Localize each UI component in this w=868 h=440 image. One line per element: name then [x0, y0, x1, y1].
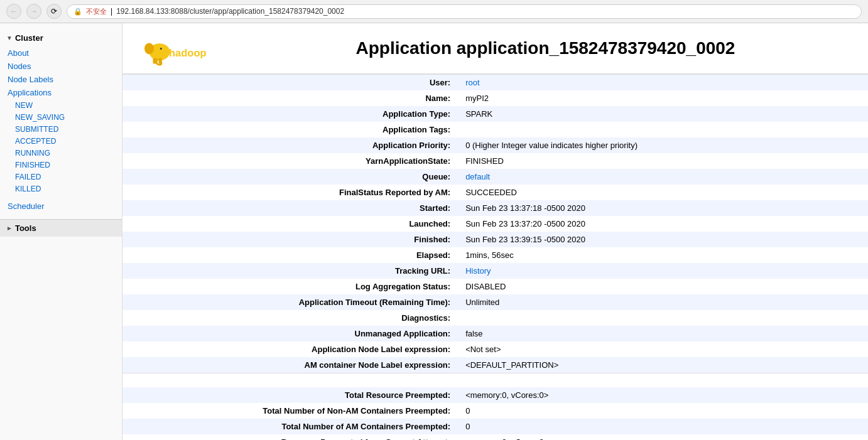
spacer: [122, 373, 868, 381]
svg-point-2: [160, 48, 162, 50]
am-preempted-label: Total Number of AM Containers Preempted:: [122, 419, 458, 434]
elapsed-value: 1mins, 56sec: [458, 247, 868, 263]
sidebar-sub-finished[interactable]: FINISHED: [0, 159, 122, 171]
hadoop-logo: hadoop: [135, 30, 210, 67]
app-tags-value: [458, 122, 868, 137]
nodes-link[interactable]: Nodes: [8, 62, 31, 71]
address-bar[interactable]: 🔒 不安全 | 192.168.84.133:8088/cluster/app/…: [67, 4, 862, 19]
diagnostics-label: Diagnostics:: [122, 310, 458, 326]
table-row: YarnApplicationState: FINISHED: [122, 153, 868, 169]
name-value: myPI2: [458, 90, 868, 106]
started-label: Started:: [122, 200, 458, 216]
final-status-label: FinalStatus Reported by AM:: [122, 185, 458, 200]
app-type-value: SPARK: [458, 106, 868, 122]
submitted-link[interactable]: SUBMITTED: [15, 125, 58, 134]
name-label: Name:: [122, 90, 458, 106]
started-value: Sun Feb 23 13:37:18 -0500 2020: [458, 200, 868, 216]
table-row: FinalStatus Reported by AM: SUCCEEDED: [122, 185, 868, 200]
user-link[interactable]: root: [465, 78, 479, 87]
table-row: Application Priority: 0 (Higher Integer …: [122, 137, 868, 153]
url-separator: |: [111, 7, 112, 16]
svg-text:hadoop: hadoop: [169, 47, 207, 58]
sidebar-sub-killed[interactable]: KILLED: [0, 183, 122, 195]
cluster-header[interactable]: ▼ Cluster: [0, 30, 122, 46]
diagnostics-value: [458, 310, 868, 326]
node-label-expr-value: <Not set>: [458, 341, 868, 357]
resource-section: Total Resource Preempted: <memory:0, vCo…: [122, 387, 868, 440]
applications-link[interactable]: Applications: [8, 88, 52, 97]
tools-header[interactable]: ► Tools: [0, 219, 122, 237]
sidebar-item-nodes[interactable]: Nodes: [0, 60, 122, 73]
tools-triangle-icon: ►: [6, 225, 13, 232]
table-row: Started: Sun Feb 23 13:37:18 -0500 2020: [122, 200, 868, 216]
am-node-label-label: AM container Node Label expression:: [122, 357, 458, 373]
svg-rect-3: [153, 58, 156, 63]
sidebar-item-node-labels[interactable]: Node Labels: [0, 73, 122, 86]
running-link[interactable]: RUNNING: [15, 149, 50, 158]
tracking-url-link[interactable]: History: [465, 266, 491, 276]
back-button[interactable]: ←: [6, 4, 21, 19]
app-timeout-value: Unlimited: [458, 294, 868, 310]
log-agg-label: Log Aggregation Status:: [122, 279, 458, 294]
app-priority-label: Application Priority:: [122, 137, 458, 153]
info-table: User: root Name: myPI2 Application Type:…: [122, 75, 868, 373]
finished-link[interactable]: FINISHED: [15, 161, 50, 169]
app-priority-value: 0 (Higher Integer value indicates higher…: [458, 137, 868, 153]
sidebar: ▼ Cluster About Nodes Node Labels Applic…: [0, 23, 122, 440]
table-row: User: root: [122, 75, 868, 90]
sidebar-item-scheduler[interactable]: Scheduler: [0, 200, 122, 213]
queue-link[interactable]: default: [465, 172, 490, 181]
launched-value: Sun Feb 23 13:37:20 -0500 2020: [458, 216, 868, 232]
forward-button[interactable]: →: [26, 4, 41, 19]
log-agg-value: DISABLED: [458, 279, 868, 294]
table-row: Queue: default: [122, 169, 868, 185]
killed-link[interactable]: KILLED: [15, 185, 41, 193]
table-row: Tracking URL: History: [122, 263, 868, 279]
cluster-triangle-icon: ▼: [6, 35, 13, 41]
unmanaged-value: false: [458, 326, 868, 341]
resource-current-label: Resource Preempted from Current Attempt:: [122, 434, 458, 440]
table-row: Finished: Sun Feb 23 13:39:15 -0500 2020: [122, 232, 868, 247]
new-saving-link[interactable]: NEW_SAVING: [15, 113, 65, 122]
failed-link[interactable]: FAILED: [15, 173, 41, 181]
app-timeout-label: Application Timeout (Remaining Time):: [122, 294, 458, 310]
table-row: Unmanaged Application: false: [122, 326, 868, 341]
elapsed-label: Elapsed:: [122, 247, 458, 263]
svg-point-1: [144, 43, 154, 54]
refresh-button[interactable]: ⟳: [46, 4, 62, 19]
resource-current-value: <memory:0, vCores:0>: [458, 434, 868, 440]
user-label: User:: [122, 75, 458, 90]
main-content: hadoop Application application_158247837…: [122, 23, 868, 440]
new-link[interactable]: NEW: [15, 101, 33, 110]
table-row: Application Tags:: [122, 122, 868, 137]
total-preempted-label: Total Resource Preempted:: [122, 387, 458, 403]
sidebar-sub-new-saving[interactable]: NEW_SAVING: [0, 111, 122, 123]
table-row: Application Node Label expression: <Not …: [122, 341, 868, 357]
sidebar-sub-failed[interactable]: FAILED: [0, 171, 122, 183]
accepted-link[interactable]: ACCEPTED: [15, 137, 56, 146]
sidebar-sub-running[interactable]: RUNNING: [0, 147, 122, 159]
url-text: 192.168.84.133:8088/cluster/app/applicat…: [116, 7, 344, 16]
about-link[interactable]: About: [8, 48, 29, 58]
browser-chrome: ← → ⟳ 🔒 不安全 | 192.168.84.133:8088/cluste…: [0, 0, 868, 23]
table-row: Name: myPI2: [122, 90, 868, 106]
unmanaged-label: Unmanaged Application:: [122, 326, 458, 341]
sidebar-sub-submitted[interactable]: SUBMITTED: [0, 123, 122, 135]
tracking-url-value: History: [458, 263, 868, 279]
cluster-label: Cluster: [15, 33, 43, 43]
table-row: Launched: Sun Feb 23 13:37:20 -0500 2020: [122, 216, 868, 232]
scheduler-link[interactable]: Scheduler: [8, 201, 45, 211]
launched-label: Launched:: [122, 216, 458, 232]
svg-rect-4: [159, 58, 162, 63]
table-row: Diagnostics:: [122, 310, 868, 326]
sidebar-sub-new[interactable]: NEW: [0, 99, 122, 111]
node-labels-link[interactable]: Node Labels: [8, 75, 53, 84]
sidebar-item-applications[interactable]: Applications: [0, 86, 122, 99]
yarn-state-value: FINISHED: [458, 153, 868, 169]
sidebar-item-about[interactable]: About: [0, 46, 122, 60]
table-row: AM container Node Label expression: <DEF…: [122, 357, 868, 373]
sidebar-sub-accepted[interactable]: ACCEPTED: [0, 135, 122, 147]
page-layout: ▼ Cluster About Nodes Node Labels Applic…: [0, 23, 868, 440]
resource-table: Total Resource Preempted: <memory:0, vCo…: [122, 387, 868, 440]
tools-label: Tools: [15, 223, 36, 233]
